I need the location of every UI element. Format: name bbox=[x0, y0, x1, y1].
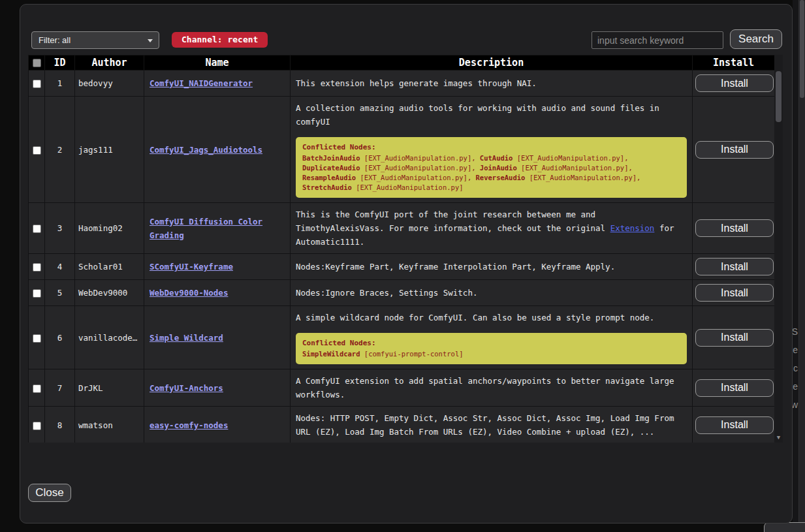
row-checkbox[interactable] bbox=[33, 384, 41, 393]
conflict-node-name: ReverseAudio bbox=[476, 174, 526, 181]
row-checkbox[interactable] bbox=[33, 225, 41, 233]
row-id: 5 bbox=[45, 280, 75, 306]
row-install-cell: Install bbox=[693, 254, 775, 280]
conflicted-nodes-warning: Conflicted Nodes:SimpleWildcard [comfyui… bbox=[296, 333, 687, 364]
row-install-cell: Install bbox=[693, 203, 775, 254]
table-row: 3Haoming02ComfyUI Diffusion Color Gradin… bbox=[29, 203, 775, 254]
install-button[interactable]: Install bbox=[695, 416, 774, 434]
clipped-text-fragment: e bbox=[793, 381, 798, 392]
header-id: ID bbox=[45, 55, 75, 70]
row-name-cell: ComfyUI_NAIDGenerator bbox=[144, 70, 291, 97]
filter-select-value: Filter: all bbox=[39, 35, 71, 45]
table-row: 4Scholar01SComfyUI-KeyframeNodes:Keyfram… bbox=[29, 254, 775, 280]
close-button[interactable]: Close bbox=[28, 484, 71, 502]
conflict-node-name: SimpleWildcard bbox=[302, 350, 360, 358]
row-checkbox[interactable] bbox=[33, 289, 41, 298]
row-author: wmatson bbox=[75, 407, 144, 443]
row-checkbox[interactable] bbox=[33, 422, 41, 430]
background-page-strip: Secew bbox=[793, 0, 805, 532]
install-button[interactable]: Install bbox=[695, 219, 774, 237]
conflict-node-ref: [EXT_AudioManipulation.py] bbox=[356, 174, 467, 181]
page-scrollbar-thumb[interactable] bbox=[800, 0, 804, 98]
row-author: bedovyy bbox=[75, 70, 144, 97]
search-input[interactable] bbox=[592, 31, 723, 49]
conflict-node-ref: [EXT_AudioManipulation.py] bbox=[360, 164, 472, 172]
extension-name-link[interactable]: ComfyUI_NAIDGenerator bbox=[150, 78, 253, 88]
header-author: Author bbox=[75, 55, 144, 70]
row-checkbox[interactable] bbox=[33, 146, 41, 155]
row-description: This extension helps generate images thr… bbox=[291, 70, 693, 97]
conflict-node-ref: [EXT_AudioManipulation.py] bbox=[513, 154, 624, 162]
install-button[interactable]: Install bbox=[695, 329, 774, 347]
row-checkbox[interactable] bbox=[33, 263, 41, 272]
row-id: 7 bbox=[45, 369, 75, 407]
install-button[interactable]: Install bbox=[695, 74, 774, 92]
row-description: This is the ComfyUI port of the joint re… bbox=[291, 203, 693, 254]
row-description: Nodes:Ignore Braces, Settings Switch. bbox=[291, 280, 693, 306]
row-checkbox-cell bbox=[29, 407, 45, 443]
install-button[interactable]: Install bbox=[695, 379, 774, 397]
search-button[interactable]: Search bbox=[730, 29, 782, 49]
table-header-row: ID Author Name Description Install bbox=[29, 55, 775, 70]
extension-name-link[interactable]: easy-comfy-nodes bbox=[150, 420, 228, 430]
conflict-node-name: ResampleAudio bbox=[302, 174, 356, 181]
clipped-corner-button[interactable] bbox=[764, 522, 805, 532]
row-install-cell: Install bbox=[693, 407, 775, 443]
header-description: Description bbox=[291, 55, 693, 70]
install-custom-nodes-dialog: Filter: all Channel: recent Search ID bbox=[20, 4, 793, 524]
conflict-node-name: BatchJoinAudio bbox=[302, 154, 360, 162]
row-name-cell: Simple Wildcard bbox=[144, 306, 291, 369]
install-button[interactable]: Install bbox=[695, 141, 774, 159]
clipped-text-fragment: c bbox=[793, 363, 798, 373]
header-name: Name bbox=[144, 55, 291, 70]
row-id: 6 bbox=[45, 306, 75, 369]
description-link[interactable]: Extension bbox=[610, 223, 655, 233]
row-checkbox-cell bbox=[29, 70, 45, 97]
extension-name-link[interactable]: ComfyUI Diffusion Color Grading bbox=[150, 217, 262, 240]
header-checkbox-cell bbox=[29, 55, 45, 70]
row-id: 2 bbox=[45, 97, 75, 203]
row-description: A simple wildcard node for ComfyUI. Can … bbox=[291, 306, 693, 369]
extension-name-link[interactable]: ComfyUI_Jags_Audiotools bbox=[150, 145, 262, 155]
select-all-checkbox[interactable] bbox=[33, 59, 41, 67]
conflict-node-name: JoinAudio bbox=[480, 164, 517, 172]
install-button[interactable]: Install bbox=[695, 258, 774, 275]
row-name-cell: ComfyUI-Anchors bbox=[144, 369, 291, 407]
table-row: 1bedovyyComfyUI_NAIDGeneratorThis extens… bbox=[29, 70, 775, 97]
row-id: 4 bbox=[45, 254, 75, 280]
row-checkbox[interactable] bbox=[33, 80, 41, 88]
conflict-node-ref: [comfyui-prompt-control] bbox=[360, 350, 464, 358]
table-row: 7DrJKLComfyUI-AnchorsA ComfyUI extension… bbox=[29, 369, 775, 407]
conflict-node-name: DuplicateAudio bbox=[302, 164, 360, 172]
conflict-node-ref: [EXT_AudioManipulation.py] bbox=[517, 164, 629, 172]
extension-name-link[interactable]: SComfyUI-Keyframe bbox=[150, 262, 233, 272]
conflict-list: SimpleWildcard [comfyui-prompt-control] bbox=[302, 349, 680, 359]
conflict-node-ref: [EXT_AudioManipulation.py] bbox=[352, 183, 464, 191]
conflict-node-ref: [EXT_AudioManipulation.py] bbox=[525, 174, 637, 181]
table-row: 8wmatsoneasy-comfy-nodesNodes: HTTP POST… bbox=[29, 407, 775, 443]
table-row: 5WebDev9000WebDev9000-NodesNodes:Ignore … bbox=[29, 280, 775, 306]
row-author: Haoming02 bbox=[75, 203, 144, 254]
page-scrollbar[interactable] bbox=[798, 0, 805, 532]
channel-badge: Channel: recent bbox=[172, 32, 268, 48]
extension-name-link[interactable]: Simple Wildcard bbox=[150, 333, 223, 343]
install-button[interactable]: Install bbox=[695, 284, 774, 302]
row-description: Nodes: HTTP POST, Empty Dict, Assoc Str,… bbox=[291, 407, 693, 443]
row-install-cell: Install bbox=[693, 280, 775, 306]
extension-name-link[interactable]: WebDev9000-Nodes bbox=[150, 288, 228, 298]
row-install-cell: Install bbox=[693, 97, 775, 203]
row-checkbox-cell bbox=[29, 280, 45, 306]
conflict-title: Conflicted Nodes: bbox=[302, 142, 680, 152]
row-author: WebDev9000 bbox=[75, 280, 144, 306]
filter-select[interactable]: Filter: all bbox=[31, 31, 159, 49]
table-scrollbar-thumb[interactable] bbox=[776, 71, 781, 122]
extension-name-link[interactable]: ComfyUI-Anchors bbox=[150, 383, 223, 393]
row-id: 8 bbox=[45, 407, 75, 443]
conflict-list: BatchJoinAudio [EXT_AudioManipulation.py… bbox=[302, 153, 680, 193]
row-description: Nodes:Keyframe Part, Keyframe Interpolat… bbox=[291, 254, 693, 280]
row-id: 1 bbox=[45, 70, 75, 97]
scroll-down-arrow-icon[interactable]: ▼ bbox=[774, 434, 783, 441]
table-body: 1bedovyyComfyUI_NAIDGeneratorThis extens… bbox=[29, 70, 775, 443]
row-checkbox[interactable] bbox=[33, 334, 41, 343]
table-scrollbar[interactable]: ▼ bbox=[774, 55, 783, 443]
